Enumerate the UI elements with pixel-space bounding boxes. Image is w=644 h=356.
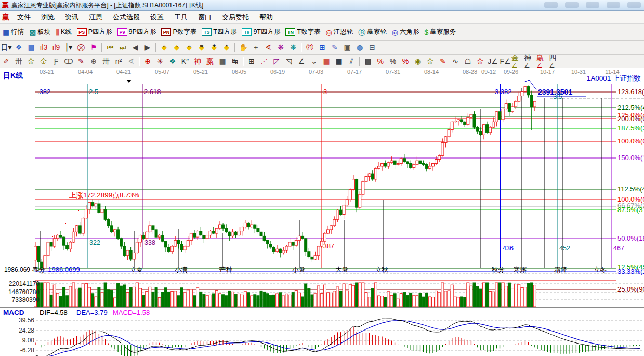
web-button[interactable]: ✳ xyxy=(154,56,166,67)
gann-wheel-button[interactable]: ◎江恩轮 xyxy=(323,26,356,38)
span-arrows-button[interactable]: ↹ xyxy=(229,56,241,67)
gold-comb2-button[interactable]: 金 xyxy=(37,56,50,67)
menu-item-file[interactable]: 文件 xyxy=(12,12,36,22)
n-square-button[interactable]: n² xyxy=(112,56,125,67)
brush-chart-button[interactable]: ✎ xyxy=(75,56,87,67)
grid-red-button[interactable]: ▦ xyxy=(320,56,333,67)
fan-box-button[interactable]: ◸ xyxy=(270,56,283,67)
angle-gray-button[interactable]: ∢ xyxy=(125,56,137,67)
f10-info-button[interactable]: ▤ xyxy=(25,42,37,53)
draw-brush-button[interactable]: ✐ xyxy=(0,56,12,67)
window-control-pill[interactable] xyxy=(586,2,599,8)
percent-button[interactable]: % xyxy=(387,56,399,67)
winner-wheel-button[interactable]: Ⓑ赢家轮 xyxy=(356,26,389,38)
t-table-button[interactable]: TNT数字表 xyxy=(283,26,323,38)
comb2-button[interactable]: 卅 xyxy=(100,56,112,67)
wave-band-button[interactable]: ∿ xyxy=(449,56,462,67)
p-square-button[interactable]: PSP四方形 xyxy=(74,26,115,38)
gold-angle-button[interactable]: 金∠ xyxy=(511,56,524,67)
menu-item-news[interactable]: 资讯 xyxy=(60,12,84,22)
window-control-pill[interactable] xyxy=(544,2,558,8)
diamond-shift-left[interactable]: ◆← xyxy=(158,42,170,53)
share-globe-button[interactable]: ◍ xyxy=(353,42,366,53)
print-button[interactable]: ⊟ xyxy=(366,42,378,53)
crosshair-button[interactable]: ＋ xyxy=(249,42,262,53)
window-control-pill[interactable] xyxy=(607,2,620,8)
gold-comb-button[interactable]: 金 xyxy=(25,56,37,67)
angle-lines-button[interactable]: ∠ xyxy=(295,56,308,67)
ying-angle-button[interactable]: 赢∠ xyxy=(536,56,549,67)
fan-lines-button[interactable]: ⋰ xyxy=(258,56,270,67)
cup-button[interactable]: ☖ xyxy=(462,56,474,67)
kline-period-dropdown[interactable]: 日▾ xyxy=(0,42,12,53)
diamond-merge[interactable]: ◆✚ xyxy=(208,42,220,53)
chart9-button[interactable]: ıl9 xyxy=(50,42,62,53)
hexagon-button[interactable]: ◎六角形 xyxy=(389,26,422,38)
candle-style-dropdown[interactable]: ⎮▾ xyxy=(62,42,75,53)
k-quote-button[interactable]: K″ xyxy=(179,56,191,67)
kline-chart[interactable]: 上涨172.2899点8.73%日K线1A0001 上证指数03-2104-04… xyxy=(0,68,644,356)
pen-wave-button[interactable]: ✎ xyxy=(437,56,449,67)
p-table-button[interactable]: PNP数字表 xyxy=(159,26,199,38)
comb-lines-button[interactable]: 卅 xyxy=(12,56,25,67)
teal-tool-button[interactable]: ❋ xyxy=(287,42,299,53)
menu-item-browse[interactable]: 浏览 xyxy=(36,12,60,22)
j-angle-button[interactable]: J∠ xyxy=(487,56,499,67)
level-chart-button[interactable]: ▤ xyxy=(362,56,374,67)
notes-button[interactable]: ✎ xyxy=(328,42,341,53)
quotes-button[interactable]: ▦行情 xyxy=(0,26,27,38)
ying-grid-button[interactable]: 赢 xyxy=(204,56,216,67)
f-comb-button[interactable]: Ƒ xyxy=(50,56,62,67)
percent-line-button[interactable]: % xyxy=(399,56,412,67)
winner-service-button[interactable]: $赢家服务 xyxy=(422,26,459,38)
spiral-button[interactable]: ↀ xyxy=(62,56,75,67)
chart3-button[interactable]: ıl3 xyxy=(37,42,50,53)
sectors-button[interactable]: ▩板块 xyxy=(27,26,53,38)
diamond-shift-right[interactable]: ◆→ xyxy=(170,42,183,53)
f-angle-button[interactable]: F∠ xyxy=(499,56,511,67)
box-chart-button[interactable]: ⊞ xyxy=(245,56,258,67)
9t-square-button[interactable]: T99T四方形 xyxy=(239,26,283,38)
target-circle-button[interactable]: ⊕ xyxy=(141,56,154,67)
first-page-button[interactable]: ⏮ xyxy=(104,42,116,53)
shen-grid-button[interactable]: 神 xyxy=(191,56,204,67)
calculator-button[interactable]: ⊞ xyxy=(316,42,328,53)
save-button[interactable]: ▣ xyxy=(341,42,353,53)
kline-button[interactable]: ⫼K线 xyxy=(53,26,74,38)
next-page-button[interactable]: ▶ xyxy=(141,42,154,53)
purple-tool-button[interactable]: ❋ xyxy=(274,42,287,53)
web-box-button[interactable]: ❖ xyxy=(166,56,179,67)
window-control-pill[interactable] xyxy=(627,2,641,8)
grid-123-button[interactable]: ▦ xyxy=(216,56,229,67)
menu-item-trade[interactable]: 交易委托 xyxy=(217,12,254,22)
gold-lines-button[interactable]: 金 xyxy=(424,56,437,67)
fan-box2-button[interactable]: ◹ xyxy=(283,56,295,67)
si-angle-button[interactable]: 四∠ xyxy=(549,56,561,67)
diamond-cross[interactable]: ◆✦ xyxy=(220,42,233,53)
menu-item-formula-select[interactable]: 公式选股 xyxy=(108,12,145,22)
menu-item-window[interactable]: 窗口 xyxy=(193,12,217,22)
window-control-pill[interactable] xyxy=(565,2,579,8)
prev-page-button[interactable]: ◀ xyxy=(129,42,141,53)
parallel-lines-button[interactable]: ⫽ xyxy=(345,56,358,67)
drag-hand-button[interactable]: ✋ xyxy=(237,42,249,53)
grid-axis-button[interactable]: ▦ xyxy=(333,56,345,67)
menu-item-help[interactable]: 帮助 xyxy=(254,12,278,22)
menu-item-tools[interactable]: 工具 xyxy=(169,12,193,22)
gold-underline-button[interactable]: 金 xyxy=(474,56,487,67)
diamond-expand[interactable]: ◆↔ xyxy=(183,42,195,53)
last-page-button[interactable]: ⏭ xyxy=(116,42,129,53)
shen-angle-button[interactable]: 神∠ xyxy=(524,56,536,67)
color-chart-button[interactable]: ⚑ xyxy=(87,42,100,53)
angle-tool-button[interactable]: ∢ xyxy=(262,42,274,53)
v-wave-button[interactable]: ⌄ xyxy=(308,56,320,67)
circle-grid-button[interactable]: ⊕ xyxy=(87,56,100,67)
percent-wave-button[interactable]: ℅ xyxy=(374,56,387,67)
menu-item-gann[interactable]: 江恩 xyxy=(84,12,108,22)
9p-square-button[interactable]: P99P四方形 xyxy=(115,26,159,38)
filter-button[interactable]: ⛒ xyxy=(75,42,87,53)
t-square-button[interactable]: TST四方形 xyxy=(199,26,239,38)
gold-circle-button[interactable]: ◉ xyxy=(412,56,424,67)
network-icon-button[interactable]: ❖ xyxy=(12,42,25,53)
calendar-button[interactable]: ㉑ xyxy=(304,42,316,53)
